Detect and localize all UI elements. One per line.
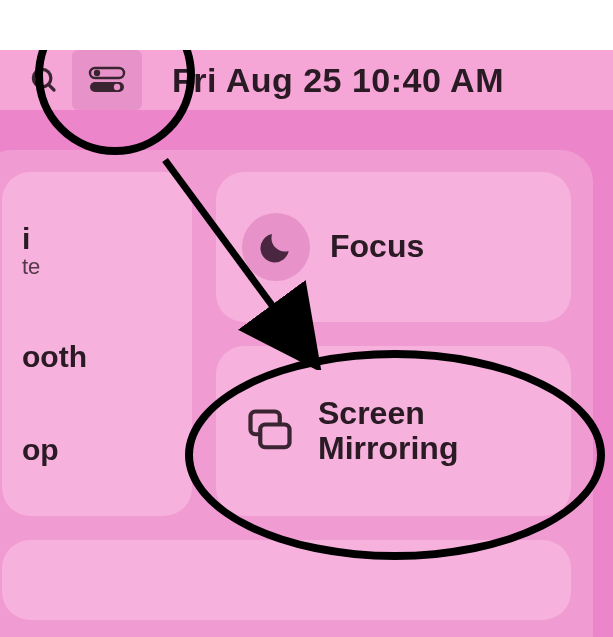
screen-mirroring-icon [244, 405, 296, 457]
screen-mirroring-label-1: Screen [318, 396, 458, 431]
airdrop-row[interactable]: op [22, 433, 192, 466]
moon-icon [257, 228, 295, 266]
connectivity-tile[interactable]: i te ooth op [2, 172, 192, 516]
menubar: Fri Aug 25 10:40 AM [0, 50, 613, 110]
bluetooth-label-frag: ooth [22, 340, 192, 373]
screen-mirroring-label: Screen Mirroring [318, 396, 458, 466]
control-center-icon [87, 65, 127, 95]
svg-rect-7 [260, 425, 289, 448]
svg-point-5 [114, 84, 120, 90]
screen-mirroring-label-2: Mirroring [318, 431, 458, 466]
menubar-clock[interactable]: Fri Aug 25 10:40 AM [172, 61, 504, 100]
lower-tile[interactable] [2, 540, 571, 620]
focus-icon-wrap [242, 213, 310, 281]
search-icon [29, 65, 59, 95]
svg-point-3 [94, 70, 100, 76]
wifi-sub-frag: te [22, 255, 192, 279]
screenshot-region: Fri Aug 25 10:40 AM i te ooth op [0, 50, 613, 637]
svg-line-1 [48, 84, 54, 90]
focus-label: Focus [330, 229, 424, 264]
spotlight-button[interactable] [20, 56, 68, 104]
bluetooth-row[interactable]: ooth [22, 340, 192, 373]
wifi-row[interactable]: i te [22, 222, 192, 279]
control-center-panel: i te ooth op Focus [0, 150, 593, 637]
airdrop-label-frag: op [22, 433, 192, 466]
focus-tile[interactable]: Focus [216, 172, 571, 322]
control-center-button[interactable] [72, 50, 142, 110]
wifi-label-frag: i [22, 222, 192, 255]
screen-mirroring-tile[interactable]: Screen Mirroring [216, 346, 571, 516]
screen-mirroring-icon-wrap [242, 403, 298, 459]
